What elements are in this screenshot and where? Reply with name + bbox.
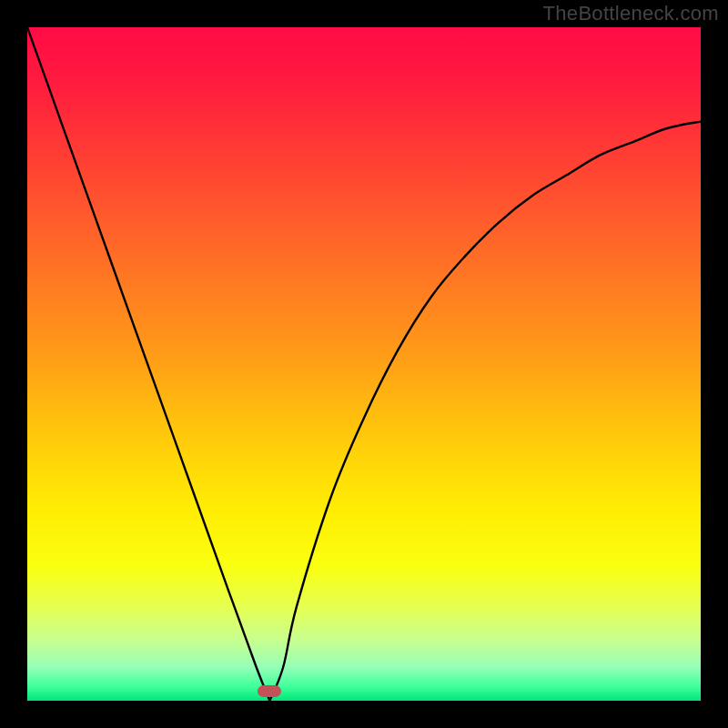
chart-frame: TheBottleneck.com <box>0 0 728 728</box>
attribution-text: TheBottleneck.com <box>543 2 719 25</box>
bottleneck-curve <box>27 27 701 701</box>
optimal-marker <box>258 685 281 697</box>
plot-area <box>27 27 701 701</box>
